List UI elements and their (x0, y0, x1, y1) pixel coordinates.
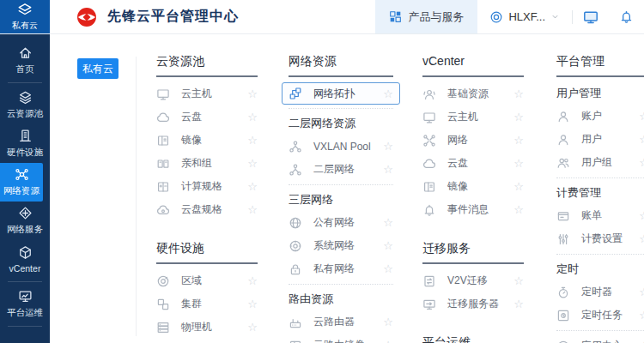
brand-logo (76, 0, 98, 33)
menu-item-system-network[interactable]: 系统网络☆ (289, 234, 393, 257)
favorite-star-icon[interactable]: ☆ (247, 158, 258, 169)
favorite-star-icon[interactable]: ☆ (639, 134, 644, 145)
menu-item-cluster[interactable]: 集群☆ (156, 292, 258, 316)
dotted-divider (556, 330, 644, 331)
products-services-button[interactable]: 产品与服务 (375, 0, 477, 33)
monitor-icon (583, 9, 598, 25)
menu-item-region[interactable]: 区域☆ (156, 269, 258, 292)
sidebar-item-label: 首页 (16, 63, 34, 75)
account-menu[interactable]: HLXF... (477, 0, 572, 33)
favorite-star-icon[interactable]: ☆ (247, 322, 258, 333)
sidebar-item-cloud-pool[interactable]: 云资源池 (0, 86, 50, 124)
menu-item-cloud-router[interactable]: 云路由器☆ (289, 310, 393, 334)
favorite-star-icon[interactable]: ☆ (513, 181, 524, 192)
billing-settings-icon (556, 232, 570, 246)
favorite-star-icon[interactable]: ☆ (247, 275, 258, 286)
menu-item-image[interactable]: 镜像☆ (156, 129, 258, 152)
menu-item-migration-server[interactable]: 迁移服务器☆ (422, 292, 524, 316)
favorite-star-icon[interactable]: ☆ (247, 298, 258, 310)
menu-item-user-group[interactable]: 用户组☆ (556, 151, 644, 174)
favorite-star-icon[interactable]: ☆ (383, 240, 393, 251)
sidebar-item-label: 硬件设施 (7, 147, 43, 159)
favorite-star-icon[interactable]: ☆ (513, 111, 524, 123)
vcenter-icon (18, 245, 33, 260)
menu-item-cloud-router-image[interactable]: 云路由镜像☆ (289, 334, 393, 343)
router-image-icon (289, 339, 302, 343)
favorite-star-icon[interactable]: ☆ (639, 310, 644, 321)
sidebar-item-home[interactable]: 首页 (0, 41, 50, 80)
menu-item-cloud-host[interactable]: 云主机☆ (156, 82, 258, 105)
favorite-star-icon[interactable]: ☆ (513, 135, 524, 146)
menu-item-l2-network[interactable]: 二层网络☆ (289, 158, 393, 181)
favorite-star-icon[interactable]: ☆ (247, 88, 258, 99)
menu-item-event-message[interactable]: 事件消息☆ (422, 198, 524, 221)
favorite-star-icon[interactable]: ☆ (383, 263, 393, 274)
favorite-star-icon[interactable]: ☆ (247, 204, 258, 215)
favorite-star-icon[interactable]: ☆ (513, 298, 524, 310)
favorite-star-icon[interactable]: ☆ (639, 233, 644, 244)
cloud-host-icon (422, 111, 436, 124)
section-header: 平台管理 (556, 53, 644, 77)
menu-item-vxlan-pool[interactable]: VXLAN Pool☆ (289, 135, 393, 158)
notifications-button[interactable] (609, 0, 644, 33)
menu-item-private-network[interactable]: 私有网络☆ (289, 257, 393, 280)
menu-item-app-center[interactable]: 应用中心☆ (556, 334, 644, 343)
menu-item-account[interactable]: 账户☆ (556, 105, 644, 128)
sidebar-cloud-switcher[interactable]: 私有云 (0, 0, 50, 33)
menu-item-vc-cloud-disk[interactable]: 云盘☆ (422, 152, 524, 175)
favorite-star-icon[interactable]: ☆ (639, 111, 644, 122)
favorite-star-icon[interactable]: ☆ (513, 275, 524, 286)
private-cloud-scope-button[interactable]: 私有云 (77, 58, 118, 79)
sidebar-item-network-resource[interactable]: 网络资源 (0, 163, 43, 202)
v2v-migration-icon (422, 274, 436, 288)
sidebar-item-label: 网络资源 (3, 185, 39, 197)
menu-item-vc-image[interactable]: 镜像☆ (422, 175, 524, 198)
menu-item-billing-settings[interactable]: 计费设置☆ (556, 227, 644, 250)
menu-item-network-topology[interactable]: 网络拓扑☆ (282, 82, 400, 105)
section-header: 硬件设施 (156, 240, 258, 264)
favorite-star-icon[interactable]: ☆ (383, 340, 393, 343)
favorite-star-icon[interactable]: ☆ (247, 135, 258, 146)
section-header: vCenter (422, 53, 524, 77)
app-center-icon (556, 340, 570, 343)
favorite-star-icon[interactable]: ☆ (247, 111, 258, 123)
favorite-star-icon[interactable]: ☆ (383, 217, 393, 228)
sidebar-item-platform-ops[interactable]: 平台运维 (0, 285, 50, 323)
console-monitor-button[interactable] (573, 0, 609, 33)
favorite-star-icon[interactable]: ☆ (383, 164, 393, 175)
menu-item-compute-spec[interactable]: 计算规格☆ (156, 175, 258, 198)
menu-item-vc-cloud-host[interactable]: 云主机☆ (422, 105, 524, 129)
sidebar-item-vcenter[interactable]: vCenter (0, 240, 50, 279)
favorite-star-icon[interactable]: ☆ (639, 210, 644, 221)
menu-item-timer[interactable]: 定时器☆ (556, 280, 644, 304)
favorite-star-icon[interactable]: ☆ (639, 286, 644, 298)
sidebar-item-hardware[interactable]: 硬件设施 (0, 124, 50, 163)
menu-item-vc-network[interactable]: 网络☆ (422, 129, 524, 152)
favorite-star-icon[interactable]: ☆ (513, 88, 524, 99)
menu-item-physical-machine[interactable]: 物理机☆ (156, 316, 258, 339)
menu-item-cloud-disk[interactable]: 云盘☆ (156, 105, 258, 129)
sidebar-item-network-service[interactable]: 网络服务 (0, 202, 50, 240)
l2-network-icon (289, 163, 302, 177)
menu-column-network-resource: 网络资源 网络拓扑☆ 二层网络资源 VXLAN Pool☆ 二层网络☆ 三层网络… (289, 53, 393, 343)
section-header: 迁移服务 (422, 240, 524, 264)
favorite-star-icon[interactable]: ☆ (247, 181, 258, 192)
menu-item-base-resource[interactable]: 基础资源☆ (422, 82, 524, 105)
favorite-star-icon[interactable]: ☆ (383, 316, 393, 328)
favorite-star-icon[interactable]: ☆ (383, 88, 393, 99)
favorite-star-icon[interactable]: ☆ (639, 157, 644, 168)
favorite-star-icon[interactable]: ☆ (513, 158, 524, 169)
menu-item-public-network[interactable]: 公有网络☆ (289, 211, 393, 234)
menu-item-user[interactable]: 用户☆ (556, 128, 644, 151)
favorite-star-icon[interactable]: ☆ (513, 204, 524, 215)
favorite-star-icon[interactable]: ☆ (383, 141, 393, 152)
menu-item-bill[interactable]: 账单☆ (556, 204, 644, 227)
sidebar-item-label: vCenter (9, 263, 41, 274)
menu-item-affinity-group[interactable]: 亲和组☆ (156, 152, 258, 175)
menu-item-v2v-migration[interactable]: V2V迁移☆ (422, 269, 524, 292)
menu-item-disk-spec[interactable]: 云盘规格☆ (156, 198, 258, 221)
menu-item-timer-task[interactable]: 定时任务☆ (556, 304, 644, 327)
account-ring-icon (489, 10, 503, 24)
migration-server-icon (422, 298, 436, 311)
affinity-group-icon (156, 157, 170, 171)
